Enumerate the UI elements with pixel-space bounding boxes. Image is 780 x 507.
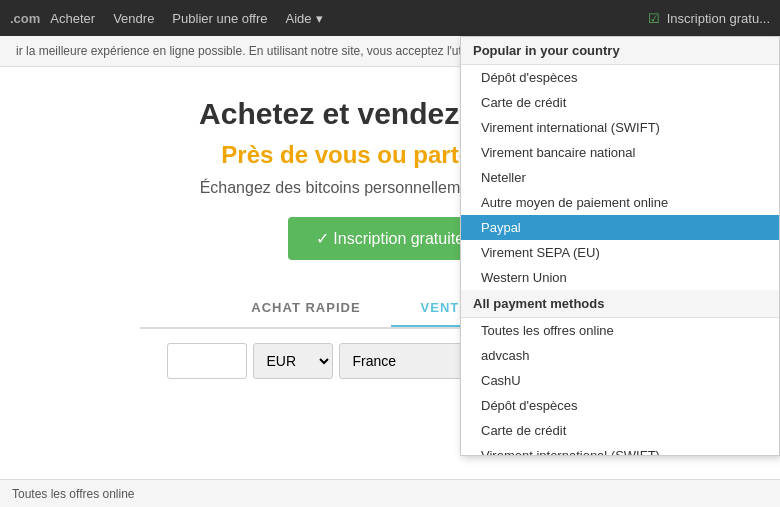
dropdown-item[interactable]: Carte de crédit — [461, 90, 779, 115]
chevron-down-icon: ▾ — [316, 11, 323, 26]
popular-section-label: Popular in your country — [461, 37, 779, 65]
currency-select[interactable]: EUR USD GBP BTC — [253, 343, 333, 379]
dropdown-item[interactable]: Carte de crédit — [461, 418, 779, 443]
dropdown-item[interactable]: Virement international (SWIFT) — [461, 443, 779, 456]
amount-input[interactable] — [167, 343, 247, 379]
register-link[interactable]: ☑ Inscription gratu... — [648, 11, 770, 26]
tab-achat-rapide[interactable]: ACHAT RAPIDE — [221, 290, 390, 327]
dropdown-item[interactable]: Dépôt d'espèces — [461, 393, 779, 418]
status-text: Toutes les offres online — [12, 487, 135, 501]
dropdown-item[interactable]: Virement SEPA (EU) — [461, 240, 779, 265]
dropdown-item[interactable]: Western Union — [461, 265, 779, 290]
dropdown-item[interactable]: Virement international (SWIFT) — [461, 115, 779, 140]
dropdown-item[interactable]: advcash — [461, 343, 779, 368]
nav-publier[interactable]: Publier une offre — [172, 11, 267, 26]
nav-acheter[interactable]: Acheter — [50, 11, 95, 26]
nav-vendre[interactable]: Vendre — [113, 11, 154, 26]
dropdown-item-paypal[interactable]: Paypal — [461, 215, 779, 240]
nav-links: Acheter Vendre Publier une offre Aide ▾ — [50, 11, 648, 26]
aide-label: Aide — [286, 11, 312, 26]
all-methods-section-label: All payment methods — [461, 290, 779, 318]
dropdown-item[interactable]: CashU — [461, 368, 779, 393]
dropdown-item[interactable]: Virement bancaire national — [461, 140, 779, 165]
register-label: Inscription gratu... — [667, 11, 770, 26]
top-nav: .com Acheter Vendre Publier une offre Ai… — [0, 0, 780, 36]
dropdown-item[interactable]: Autre moyen de paiement online — [461, 190, 779, 215]
dropdown-item[interactable]: Dépôt d'espèces — [461, 65, 779, 90]
dropdown-item[interactable]: Toutes les offres online — [461, 318, 779, 343]
dropdown-item[interactable]: Neteller — [461, 165, 779, 190]
brand-logo: .com — [10, 11, 40, 26]
nav-aide[interactable]: Aide ▾ — [286, 11, 323, 26]
payment-method-dropdown[interactable]: Popular in your country Dépôt d'espèces … — [460, 36, 780, 456]
checkmark-icon: ☑ — [648, 11, 660, 26]
status-bar: Toutes les offres online — [0, 479, 780, 507]
